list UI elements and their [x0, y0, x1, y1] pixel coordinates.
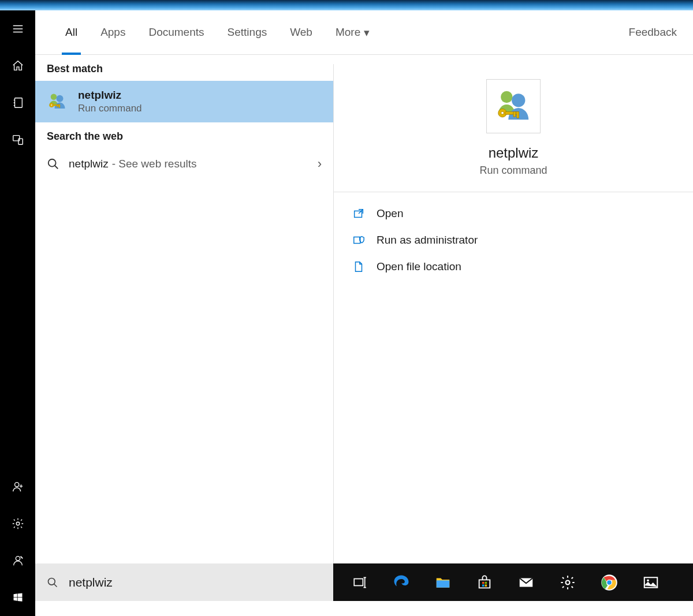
action-run-as-admin[interactable]: Run as administrator: [348, 227, 679, 253]
svg-rect-21: [485, 584, 487, 587]
preview-column: netplwiz Run command Open Run as adminis…: [333, 64, 693, 563]
svg-point-10: [14, 483, 18, 487]
svg-rect-19: [485, 581, 487, 584]
task-view-icon[interactable]: [347, 570, 372, 595]
tab-more[interactable]: More ▾: [324, 10, 381, 54]
microsoft-store-icon[interactable]: [472, 570, 497, 595]
svg-rect-7: [14, 98, 22, 108]
desktop-background-sliver: [0, 0, 693, 10]
settings-gear-icon[interactable]: [555, 570, 580, 595]
action-label: Open file location: [377, 260, 461, 273]
web-hint: - See web results: [112, 158, 197, 170]
preview-title: netplwiz: [489, 145, 539, 161]
action-label: Open: [377, 207, 403, 220]
chrome-browser-icon[interactable]: [597, 570, 622, 595]
search-panel: All Apps Documents Settings Web More ▾ F…: [35, 10, 693, 563]
svg-rect-18: [482, 581, 485, 584]
hamburger-icon[interactable]: [0, 10, 35, 47]
tab-label: All: [65, 26, 77, 39]
chevron-down-icon: ▾: [364, 26, 370, 39]
devices-icon[interactable]: [0, 121, 35, 158]
tab-settings[interactable]: Settings: [216, 10, 279, 54]
tab-apps[interactable]: Apps: [89, 10, 137, 54]
web-query: netplwiz: [69, 158, 109, 170]
shield-run-icon: [352, 234, 365, 247]
svg-rect-20: [482, 584, 485, 587]
tab-all[interactable]: All: [54, 10, 89, 54]
tab-documents[interactable]: Documents: [137, 10, 215, 54]
section-search-web: Search the web: [35, 122, 333, 148]
feedback-link[interactable]: Feedback: [629, 26, 677, 39]
svg-point-27: [647, 579, 649, 581]
action-label: Run as administrator: [377, 234, 478, 247]
taskbar: [333, 563, 693, 601]
tab-label: Web: [290, 26, 312, 39]
mail-icon[interactable]: [513, 570, 539, 595]
section-best-match: Best match: [35, 55, 333, 81]
tab-label: More: [336, 26, 360, 39]
start-left-rail: [0, 10, 35, 616]
tab-label: Apps: [100, 26, 125, 39]
action-open-file-location[interactable]: Open file location: [348, 253, 679, 280]
svg-point-16: [49, 578, 55, 585]
preview-subtitle: Run command: [479, 165, 547, 177]
user-icon[interactable]: [0, 542, 35, 579]
results-column: Best match netplwiz Run command Search t…: [35, 55, 333, 563]
preview-icon: [486, 79, 541, 133]
result-subtitle: Run command: [78, 103, 142, 114]
notebook-icon[interactable]: [0, 84, 35, 121]
netplwiz-icon: [47, 91, 68, 112]
gear-icon[interactable]: [0, 505, 35, 542]
tab-label: Documents: [148, 26, 204, 39]
tab-label: Settings: [228, 26, 267, 39]
file-explorer-icon[interactable]: [430, 570, 456, 595]
windows-start-icon[interactable]: [0, 579, 35, 616]
netplwiz-icon: [493, 86, 534, 126]
tab-web[interactable]: Web: [278, 10, 324, 54]
search-icon: [47, 158, 59, 170]
folder-location-icon: [352, 260, 365, 273]
photos-icon[interactable]: [638, 570, 664, 595]
svg-rect-9: [18, 139, 22, 144]
chevron-right-icon: ›: [318, 156, 322, 171]
svg-point-25: [607, 580, 612, 585]
search-icon: [47, 577, 58, 588]
svg-rect-17: [354, 578, 363, 585]
search-scope-tabs: All Apps Documents Settings Web More ▾ F…: [35, 10, 693, 55]
search-bar[interactable]: [35, 563, 333, 601]
svg-rect-15: [354, 237, 360, 244]
edge-browser-icon[interactable]: [389, 570, 414, 595]
search-input[interactable]: [68, 575, 322, 590]
action-open[interactable]: Open: [348, 200, 679, 227]
svg-point-13: [49, 159, 56, 167]
svg-point-12: [16, 557, 20, 561]
svg-point-11: [16, 522, 20, 525]
open-icon: [352, 207, 365, 220]
add-user-icon[interactable]: [0, 468, 35, 505]
web-search-result[interactable]: netplwiz - See web results ›: [35, 148, 333, 180]
svg-point-22: [566, 580, 570, 584]
result-title: netplwiz: [78, 89, 142, 102]
home-icon[interactable]: [0, 47, 35, 84]
best-match-result[interactable]: netplwiz Run command: [35, 81, 333, 122]
